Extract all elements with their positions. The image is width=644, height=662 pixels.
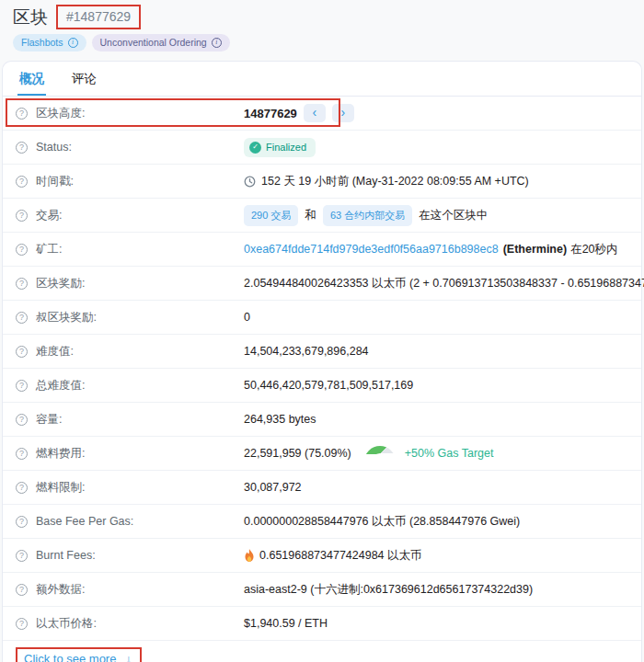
size-value: 264,935 bytes xyxy=(244,413,316,426)
red-annotation-see-more: Click to see more ↓ xyxy=(16,647,142,662)
row-value: 14,504,233,679,896,284 xyxy=(244,345,369,358)
timestamp-value: 152 天 19 小时前 (May-31-2022 08:09:55 AM +U… xyxy=(261,174,529,189)
row-label: ? 时间戳: xyxy=(16,174,244,189)
click-to-see-more-link[interactable]: Click to see more xyxy=(24,652,116,662)
gas-limit-value: 30,087,972 xyxy=(244,481,302,494)
arrow-down-icon[interactable]: ↓ xyxy=(125,652,132,662)
total-difficulty-value: 50,446,420,579,781,509,517,169 xyxy=(244,379,413,392)
help-icon[interactable]: ? xyxy=(16,448,28,460)
title-line: 区块 #14877629 xyxy=(13,5,631,29)
row-label: ? 难度值: xyxy=(16,344,244,360)
help-icon[interactable]: ? xyxy=(16,210,28,222)
difficulty-value: 14,504,233,679,896,284 xyxy=(244,345,369,358)
row-label-text: 交易: xyxy=(36,208,62,223)
row-base-fee: ? Base Fee Per Gas: 0.000000028858447976… xyxy=(3,505,641,539)
row-label: ? 燃料限制: xyxy=(16,480,244,496)
page-title: 区块 xyxy=(13,6,48,29)
row-value: 0.651968873477424984 以太币 xyxy=(244,548,422,564)
row-total-difficulty: ? 总难度值: 50,446,420,579,781,509,517,169 xyxy=(3,369,641,403)
row-label-text: 燃料费用: xyxy=(36,446,85,462)
next-block-button[interactable]: › xyxy=(332,104,354,122)
flashbots-badge[interactable]: Flashbots i xyxy=(13,34,86,51)
unconventional-ordering-badge-label: Unconventional Ordering xyxy=(100,37,207,48)
help-icon[interactable]: ? xyxy=(16,244,28,256)
row-burnt-fees: ? Burnt Fees: 0.651968873477424984 以太币 xyxy=(3,539,641,573)
help-icon[interactable]: ? xyxy=(16,550,28,562)
row-value: 30,087,972 xyxy=(244,481,302,494)
help-icon[interactable]: ? xyxy=(16,516,28,528)
help-icon[interactable]: ? xyxy=(16,414,28,426)
burnt-fees-value: 0.651968873477424984 以太币 xyxy=(259,548,422,564)
tab-overview[interactable]: 概况 xyxy=(17,62,46,96)
badge-row: Flashbots i Unconventional Ordering i xyxy=(13,34,631,51)
row-value: 0.000000028858447976 以太币 (28.858447976 G… xyxy=(244,514,520,530)
transactions-count-link[interactable]: 290 交易 xyxy=(244,205,298,226)
help-icon[interactable]: ? xyxy=(16,380,28,392)
row-timestamp: ? 时间戳: 152 天 19 小时前 (May-31-2022 08:09:5… xyxy=(3,165,641,199)
row-value: 264,935 bytes xyxy=(244,413,316,426)
row-value: 22,591,959 (75.09%) +50% Gas Target xyxy=(244,446,493,462)
row-label: ? Burnt Fees: xyxy=(16,549,244,562)
help-icon[interactable]: ? xyxy=(16,108,28,120)
row-label: ? 区块高度: xyxy=(16,106,244,121)
help-icon[interactable]: ? xyxy=(16,176,28,188)
row-size: ? 容量: 264,935 bytes xyxy=(3,403,641,437)
transactions-suffix-text: 在这个区块中 xyxy=(419,208,488,223)
internal-transactions-count-link[interactable]: 63 合约内部交易 xyxy=(323,205,412,226)
block-details-card: 概况 评论 ? 区块高度: 14877629 ‹ › ? Status: ✓ F… xyxy=(2,61,642,662)
help-icon[interactable]: ? xyxy=(16,346,28,358)
row-label: ? 燃料费用: xyxy=(16,446,244,462)
row-label-text: Status: xyxy=(36,141,72,154)
miner-address-link[interactable]: 0xea674fdde714fd979de3edf0f56aa9716b898e… xyxy=(244,243,499,256)
row-block-height: ? 区块高度: 14877629 ‹ › xyxy=(3,97,641,131)
row-extra-data: ? 额外数据: asia-east2-9 (十六进制:0x617369612d6… xyxy=(3,573,641,607)
row-value: 14877629 ‹ › xyxy=(244,104,354,122)
row-label: ? 容量: xyxy=(16,412,244,428)
row-label: ? Status: xyxy=(16,141,244,154)
row-label: ? 总难度值: xyxy=(16,378,244,394)
row-transactions: ? 交易: 290 交易 和 63 合约内部交易 在这个区块中 xyxy=(3,199,641,233)
eth-price-value: $1,940.59 / ETH xyxy=(244,617,328,630)
help-icon[interactable]: ? xyxy=(16,482,28,494)
row-gas-limit: ? 燃料限制: 30,087,972 xyxy=(3,471,641,505)
row-label-text: 以太币价格: xyxy=(36,616,97,632)
row-value: 2.054944840026423353 以太币 (2 + 0.70691371… xyxy=(244,276,644,291)
help-icon[interactable]: ? xyxy=(16,584,28,596)
block-height-value: 14877629 xyxy=(244,107,297,120)
row-uncle-reward: ? 叔区块奖励: 0 xyxy=(3,301,641,335)
row-label-text: 燃料限制: xyxy=(36,480,85,496)
row-block-reward: ? 区块奖励: 2.054944840026423353 以太币 (2 + 0.… xyxy=(3,267,641,301)
extra-data-value: asia-east2-9 (十六进制:0x617369612d656173743… xyxy=(244,582,533,598)
tab-comments[interactable]: 评论 xyxy=(70,62,98,96)
info-icon[interactable]: i xyxy=(212,38,222,48)
row-label-text: 区块奖励: xyxy=(36,276,85,291)
row-label: ? 以太币价格: xyxy=(16,616,244,632)
flame-icon xyxy=(244,549,255,562)
miner-time-note: 在20秒内 xyxy=(570,242,617,257)
row-value: 0xea674fdde714fd979de3edf0f56aa9716b898e… xyxy=(244,242,618,257)
row-value: 152 天 19 小时前 (May-31-2022 08:09:55 AM +U… xyxy=(244,174,529,189)
row-gas-used: ? 燃料费用: 22,591,959 (75.09%) +50% Gas Tar… xyxy=(3,437,641,471)
red-annotation-block-number: #14877629 xyxy=(56,5,141,29)
help-icon[interactable]: ? xyxy=(16,142,28,154)
help-icon[interactable]: ? xyxy=(16,278,28,290)
row-label-text: 总难度值: xyxy=(36,378,85,394)
conjunction-text: 和 xyxy=(305,208,316,223)
row-label: ? 额外数据: xyxy=(16,582,244,598)
row-status: ? Status: ✓ Finalized xyxy=(3,131,641,165)
block-number: #14877629 xyxy=(66,9,131,24)
row-label-text: 区块高度: xyxy=(36,106,85,121)
help-icon[interactable]: ? xyxy=(16,618,28,630)
row-label: ? 区块奖励: xyxy=(16,276,244,291)
row-label-text: 难度值: xyxy=(36,344,74,360)
row-value: asia-east2-9 (十六进制:0x617369612d656173743… xyxy=(244,582,533,598)
row-label: ? 矿工: xyxy=(16,242,244,257)
help-icon[interactable]: ? xyxy=(16,312,28,324)
row-label-text: 叔区块奖励: xyxy=(36,310,97,325)
previous-block-button[interactable]: ‹ xyxy=(304,104,326,122)
info-icon[interactable]: i xyxy=(68,38,78,48)
row-label: ? Base Fee Per Gas: xyxy=(16,515,244,528)
block-reward-value: 2.054944840026423353 以太币 (2 + 0.70691371… xyxy=(244,276,644,291)
unconventional-ordering-badge[interactable]: Unconventional Ordering i xyxy=(92,34,230,51)
status-badge: ✓ Finalized xyxy=(244,138,316,157)
